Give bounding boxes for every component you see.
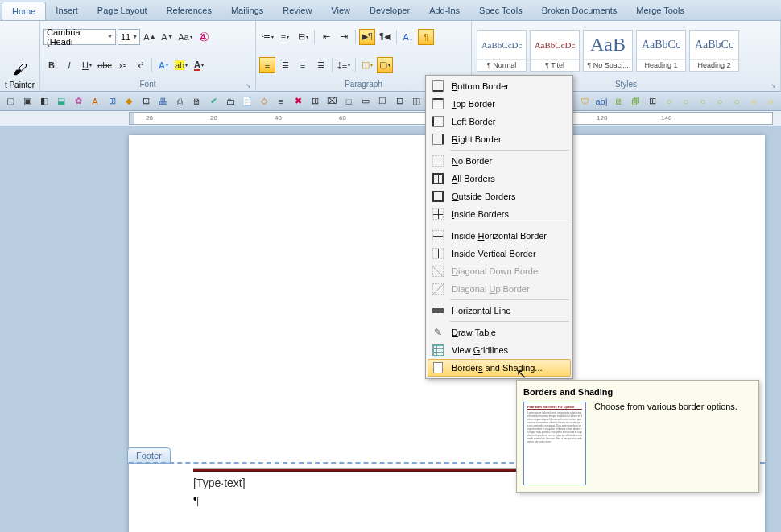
tab-review[interactable]: Review (273, 2, 321, 20)
border-menu-item[interactable]: Top Border (428, 95, 571, 113)
show-marks-button[interactable]: ¶ (418, 29, 434, 45)
font-color-button[interactable]: A▾ (191, 57, 207, 73)
qat-button[interactable]: ○ (729, 94, 744, 109)
qat-button[interactable]: ⬓ (54, 94, 68, 109)
qat-button[interactable]: ⌧ (324, 94, 339, 109)
border-menu-item[interactable]: All Borders (428, 170, 571, 188)
ltr-direction-button[interactable]: ▶¶ (359, 29, 375, 45)
qat-button[interactable]: ◫ (409, 94, 424, 109)
tab-spec-tools[interactable]: Spec Tools (469, 2, 532, 20)
qat-button[interactable]: ○ (679, 94, 693, 109)
qat-button[interactable]: ▭ (358, 94, 373, 109)
change-case-button[interactable]: Aa▾ (177, 29, 193, 45)
decrease-indent-button[interactable]: ⇤ (318, 29, 334, 45)
style-titel[interactable]: AaBbCcDc¶ Titel (530, 30, 580, 72)
sort-button[interactable]: A↓ (400, 29, 416, 45)
border-menu-item[interactable]: Inside Horizontal Border (428, 227, 571, 245)
tab-addins[interactable]: Add-Ins (419, 2, 469, 20)
qat-button[interactable]: ≡ (274, 94, 288, 109)
subscript-button[interactable]: x₂ (114, 57, 130, 73)
qat-button[interactable]: 🗀 (223, 94, 238, 109)
bold-button[interactable]: B (43, 57, 60, 73)
border-menu-item[interactable]: Left Border (428, 113, 571, 130)
qat-button[interactable]: ○ (662, 94, 676, 109)
border-menu-item[interactable]: No Border (428, 152, 571, 170)
qat-button[interactable]: 🖶 (155, 94, 170, 109)
qat-button[interactable]: ○ (763, 94, 778, 109)
shrink-font-button[interactable]: A▼ (159, 29, 176, 45)
tab-merge-tools[interactable]: Merge Tools (626, 2, 694, 20)
footer-tab[interactable]: Footer (127, 447, 171, 464)
qat-button[interactable]: ⎙ (172, 94, 187, 109)
style-no-spacing[interactable]: AaB¶ No Spaci... (583, 30, 633, 72)
border-menu-item[interactable]: View Gridlines (428, 341, 571, 359)
qat-button[interactable]: ○ (746, 94, 761, 109)
tab-broken-documents[interactable]: Broken Documents (532, 2, 627, 20)
grow-font-button[interactable]: A▲ (142, 29, 158, 45)
qat-button[interactable]: 🗐 (628, 94, 643, 109)
italic-button[interactable]: I (61, 57, 77, 73)
qat-button[interactable]: ✖ (291, 94, 305, 109)
qat-button[interactable]: ✔ (206, 94, 221, 109)
qat-button[interactable]: ☐ (375, 94, 390, 109)
style-heading1[interactable]: AaBbCcHeading 1 (636, 30, 686, 72)
qat-button[interactable]: □ (341, 94, 356, 109)
align-center-button[interactable]: ≣ (277, 57, 293, 73)
highlight-button[interactable]: ab▾ (173, 57, 189, 73)
border-menu-item[interactable]: Borders and Shading... (428, 359, 571, 377)
styles-dialog-launcher[interactable]: ↘ (771, 82, 779, 90)
qat-button[interactable]: ○ (713, 94, 727, 109)
borders-button[interactable]: ▢▾ (377, 57, 393, 73)
font-size-combo[interactable]: 11▼ (118, 29, 140, 45)
qat-button[interactable]: 🛡 (577, 94, 592, 109)
tab-references[interactable]: References (157, 2, 221, 20)
border-menu-item[interactable]: Bottom Border (428, 77, 571, 95)
qat-button[interactable]: ▢ (3, 94, 18, 109)
border-menu-item[interactable]: Inside Vertical Border (428, 245, 571, 262)
increase-indent-button[interactable]: ⇥ (336, 29, 352, 45)
qat-button[interactable]: ◇ (257, 94, 271, 109)
tab-page-layout[interactable]: Page Layout (88, 2, 157, 20)
rtl-direction-button[interactable]: ¶◀ (377, 29, 393, 45)
bullets-button[interactable]: ≔▾ (259, 29, 275, 45)
tab-home[interactable]: Home (2, 2, 46, 20)
qat-button[interactable]: 📄 (240, 94, 254, 109)
tab-insert[interactable]: Insert (46, 2, 88, 20)
qat-button[interactable]: A (88, 94, 102, 109)
font-dialog-launcher[interactable]: ↘ (246, 82, 254, 90)
qat-button[interactable]: 🗎 (189, 94, 204, 109)
qat-button[interactable]: ▣ (20, 94, 35, 109)
qat-button[interactable]: 🗎 (611, 94, 626, 109)
justify-button[interactable]: ≣ (312, 57, 329, 73)
text-effects-button[interactable]: A▾ (155, 57, 171, 73)
border-menu-item[interactable]: Outside Borders (428, 188, 571, 205)
font-name-combo[interactable]: Cambria (Headi▼ (43, 29, 116, 45)
shading-button[interactable]: ◫▾ (359, 57, 375, 73)
style-heading2[interactable]: AaBbCcHeading 2 (689, 30, 739, 72)
border-menu-item[interactable]: Inside Borders (428, 205, 571, 223)
superscript-button[interactable]: x² (132, 57, 148, 73)
border-menu-item[interactable]: Horizontal Line (428, 302, 571, 320)
border-menu-item[interactable]: Right Border (428, 130, 571, 148)
align-left-button[interactable]: ≡ (259, 57, 275, 73)
multilevel-list-button[interactable]: ⊟▾ (295, 29, 311, 45)
qat-button[interactable]: ⊡ (138, 94, 153, 109)
qat-button[interactable]: ⊞ (645, 94, 659, 109)
align-right-button[interactable]: ≡ (295, 57, 311, 73)
tab-developer[interactable]: Developer (360, 2, 419, 20)
qat-button[interactable]: ⊞ (308, 94, 322, 109)
tab-mailings[interactable]: Mailings (221, 2, 273, 20)
qat-button[interactable]: ⊞ (105, 94, 119, 109)
numbering-button[interactable]: ≡▾ (277, 29, 293, 45)
footer-placeholder[interactable]: [Type·text] (193, 476, 246, 489)
styles-gallery[interactable]: AaBbCcDc¶ Normal AaBbCcDc¶ Titel AaB¶ No… (475, 28, 777, 73)
clear-formatting-button[interactable]: A⃠ (195, 29, 211, 45)
underline-button[interactable]: U▾ (79, 57, 95, 73)
qat-button[interactable]: ab| (594, 94, 609, 109)
strikethrough-button[interactable]: abc (97, 57, 113, 73)
qat-button[interactable]: ◧ (37, 94, 52, 109)
qat-button[interactable]: ○ (696, 94, 710, 109)
line-spacing-button[interactable]: ‡≡▾ (336, 57, 352, 73)
qat-button[interactable]: ⊡ (392, 94, 407, 109)
tab-view[interactable]: View (321, 2, 360, 20)
